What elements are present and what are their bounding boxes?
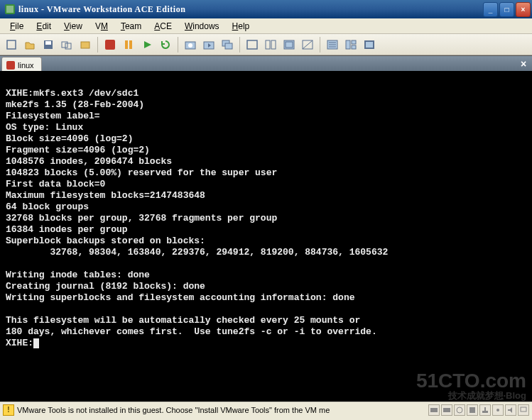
toolbar	[0, 34, 532, 55]
show-console-button[interactable]	[244, 36, 261, 53]
menu-windows[interactable]: Windows	[179, 20, 225, 33]
menu-edit[interactable]: Edit	[31, 20, 57, 33]
menubar: File Edit View VM Team ACE Windows Help	[0, 18, 532, 34]
toolbar-separator	[239, 37, 240, 52]
cursor	[33, 338, 39, 348]
status-message: VMware Tools is not installed in this gu…	[17, 406, 425, 414]
menu-ace[interactable]: ACE	[148, 20, 178, 33]
power-off-button[interactable]	[102, 36, 119, 53]
svg-rect-17	[266, 40, 270, 49]
new-team-button[interactable]	[58, 36, 75, 53]
svg-rect-30	[366, 42, 373, 48]
manage-snapshots-button[interactable]	[219, 36, 236, 53]
quick-switch-button[interactable]	[262, 36, 279, 53]
vm-tab-bar: linux ×	[0, 55, 532, 71]
svg-rect-39	[521, 407, 526, 411]
network-icon[interactable]	[479, 404, 491, 416]
terminal[interactable]: XIHE:mkfs.ext3 /dev/sdc1 mke2fs 1.35 (28…	[1, 72, 531, 400]
vm-tab-linux[interactable]: linux	[1, 57, 42, 71]
svg-point-34	[457, 407, 462, 413]
vm-icon	[6, 61, 15, 70]
menu-file[interactable]: File	[4, 20, 29, 33]
console-view-button[interactable]	[361, 36, 378, 53]
status-device-icons	[428, 404, 529, 416]
svg-rect-37	[484, 407, 486, 411]
app-icon	[4, 4, 16, 15]
save-button[interactable]	[40, 36, 57, 53]
svg-rect-32	[430, 408, 438, 412]
svg-point-38	[496, 409, 499, 411]
svg-rect-27	[352, 40, 356, 44]
fullscreen-button[interactable]	[281, 36, 298, 53]
svg-rect-15	[225, 43, 232, 49]
toolbar-separator	[320, 37, 320, 52]
svg-rect-8	[105, 40, 115, 50]
usb-icon[interactable]	[492, 404, 504, 416]
toolbar-separator	[178, 37, 178, 52]
open-team-button[interactable]	[77, 36, 94, 53]
appliance-view-button[interactable]	[342, 36, 359, 53]
summary-view-button[interactable]	[324, 36, 341, 53]
svg-rect-26	[346, 40, 350, 49]
svg-rect-1	[6, 6, 13, 13]
svg-rect-31	[6, 61, 15, 70]
menu-team[interactable]: Team	[115, 20, 147, 33]
svg-rect-18	[271, 40, 276, 49]
vm-tab-label: linux	[18, 61, 34, 70]
terminal-container: XIHE:mkfs.ext3 /dev/sdc1 mke2fs 1.35 (28…	[0, 71, 532, 402]
menu-view[interactable]: View	[58, 20, 88, 33]
menu-help[interactable]: Help	[227, 20, 256, 33]
window-title: linux - VMware Workstation ACE Edition	[18, 4, 483, 15]
toolbar-separator	[97, 37, 98, 52]
statusbar: ! VMware Tools is not installed in this …	[0, 402, 532, 417]
svg-rect-35	[469, 407, 475, 413]
unity-button[interactable]	[299, 36, 316, 53]
svg-rect-7	[81, 42, 89, 48]
reset-button[interactable]	[157, 36, 174, 53]
menu-vm[interactable]: VM	[89, 20, 114, 33]
display-icon[interactable]	[518, 404, 529, 416]
suspend-button[interactable]	[120, 36, 137, 53]
svg-rect-5	[62, 42, 67, 48]
hdd2-icon[interactable]	[441, 404, 452, 416]
hdd-icon[interactable]	[428, 404, 440, 416]
svg-rect-10	[129, 40, 132, 49]
svg-rect-2	[7, 40, 16, 49]
svg-rect-36	[482, 411, 488, 413]
window-controls: _ □ ×	[483, 2, 531, 17]
power-on-button[interactable]	[139, 36, 156, 53]
sound-icon[interactable]	[505, 404, 516, 416]
svg-rect-6	[65, 43, 71, 49]
revert-snapshot-button[interactable]	[200, 36, 217, 53]
maximize-button[interactable]: □	[499, 2, 514, 17]
snapshot-button[interactable]	[182, 36, 199, 53]
floppy-icon[interactable]	[467, 404, 478, 416]
svg-rect-33	[443, 408, 450, 412]
svg-rect-9	[125, 40, 128, 49]
titlebar: linux - VMware Workstation ACE Edition _…	[0, 0, 532, 18]
open-vm-button[interactable]	[21, 36, 38, 53]
warning-icon: !	[3, 404, 14, 416]
vm-tab-close-button[interactable]: ×	[518, 58, 529, 70]
svg-rect-28	[352, 45, 356, 49]
svg-point-12	[188, 43, 192, 48]
svg-rect-4	[45, 41, 51, 45]
close-button[interactable]: ×	[516, 2, 531, 17]
cd-icon[interactable]	[454, 404, 465, 416]
svg-rect-16	[247, 40, 257, 49]
new-vm-button[interactable]	[3, 36, 20, 53]
minimize-button[interactable]: _	[483, 2, 498, 17]
